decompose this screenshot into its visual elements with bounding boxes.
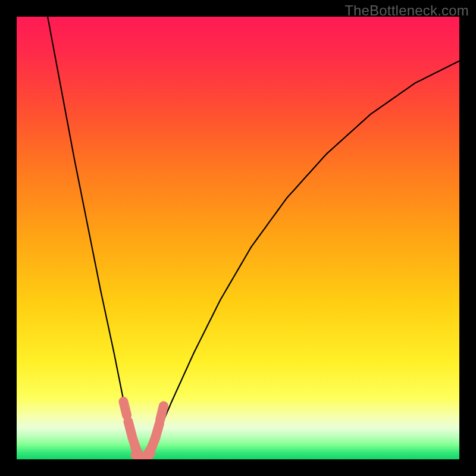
marker-point <box>160 406 164 419</box>
curve-layer <box>17 17 459 459</box>
bottleneck-curve <box>48 17 459 458</box>
marker-point <box>123 402 127 415</box>
marker-group <box>123 402 164 459</box>
watermark-text: TheBottleneck.com <box>345 2 469 19</box>
plot-area <box>17 17 459 459</box>
marker-point <box>155 424 159 437</box>
chart-frame: TheBottleneck.com <box>0 0 476 476</box>
